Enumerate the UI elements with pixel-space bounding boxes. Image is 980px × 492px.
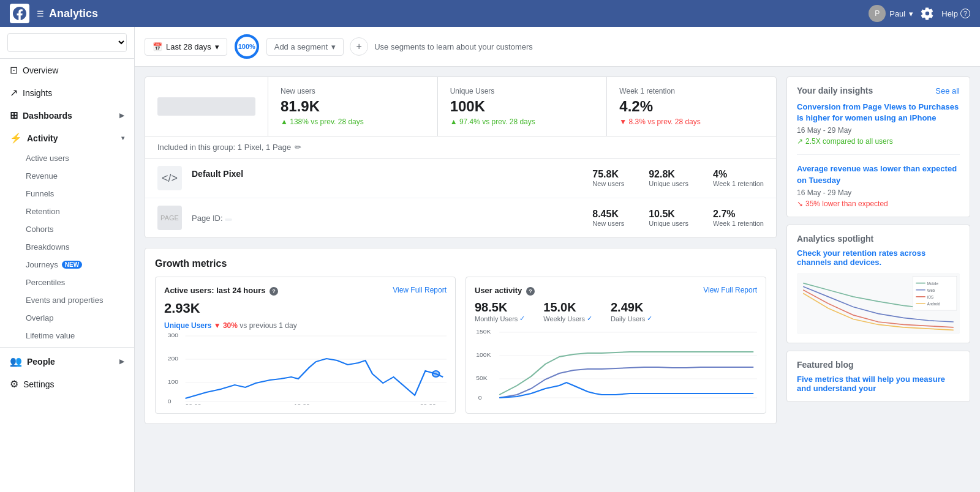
sidebar-item-lifetime-value[interactable]: Lifetime value <box>0 327 134 345</box>
sidebar-item-settings[interactable]: ⚙ Settings <box>0 373 134 395</box>
blurred-name <box>157 97 255 116</box>
retention-value: 4.2% <box>619 98 764 115</box>
svg-text:50K: 50K <box>476 375 488 381</box>
date-range-button[interactable]: 📅 Last 28 days ▾ <box>145 38 227 56</box>
app-selector[interactable] <box>0 27 134 59</box>
sidebar-item-journeys[interactable]: Journeys NEW <box>0 256 134 274</box>
sidebar-item-cohorts[interactable]: Cohorts <box>0 220 134 238</box>
active-users-chart-area: 300 200 100 0 <box>164 331 447 404</box>
page-metric-value-1: 10.5K <box>649 209 688 220</box>
sidebar-item-retention[interactable]: Retention <box>0 203 134 220</box>
daily-check-icon: ✓ <box>647 315 652 322</box>
svg-text:150K: 150K <box>476 329 491 335</box>
spotlight-chart: Mobile Web iOS Android <box>797 273 960 334</box>
sidebar-item-funnels[interactable]: Funnels <box>0 185 134 203</box>
user-activity-chart-card: User activity ? View Full Report 98.5K M… <box>466 277 766 414</box>
user-menu[interactable]: P Paul ▾ <box>869 5 913 22</box>
pixel-row-page: PAGE Page ID: 8.45K New users <box>145 198 776 237</box>
date-range-chevron-icon: ▾ <box>215 42 219 51</box>
sidebar-subitem-events-label: Events and properties <box>26 296 103 305</box>
sidebar-item-dashboards[interactable]: ⊞ Dashboards ▶ <box>0 104 134 127</box>
insight-change-1: ↘ 35% lower than expected <box>797 199 960 208</box>
percent-value: 100% <box>238 43 255 50</box>
insight-date-0: 16 May - 29 May <box>797 126 960 135</box>
insight-link-1[interactable]: Average revenue was lower than expected … <box>797 163 960 185</box>
sidebar-subitem-breakdowns-label: Breakdowns <box>26 242 70 252</box>
sidebar-item-activity-label: Activity <box>27 133 58 143</box>
multi-stats-row: 98.5K Monthly Users ✓ 15.0K Wee <box>475 300 757 322</box>
user-activity-view-full[interactable]: View Full Report <box>703 286 757 294</box>
active-users-chart-card: Active users: last 24 hours ? View Full … <box>155 277 456 414</box>
settings-icon-area[interactable] <box>921 7 934 20</box>
active-users-info-icon[interactable]: ? <box>270 287 278 296</box>
monthly-users-label: Monthly Users ✓ <box>475 315 525 322</box>
help-button[interactable]: Help ? <box>941 9 970 18</box>
hamburger-menu-icon[interactable]: ☰ <box>37 9 44 18</box>
sidebar-subitem-retention-label: Retention <box>26 207 60 216</box>
sidebar-item-overlap[interactable]: Overlap <box>0 309 134 327</box>
sidebar-item-settings-label: Settings <box>23 379 55 389</box>
sidebar-item-revenue[interactable]: Revenue <box>0 167 134 185</box>
pixel-metric-label-1: Unique users <box>649 180 688 187</box>
new-users-prev: vs prev. 28 days <box>311 117 363 126</box>
see-all-link[interactable]: See all <box>935 86 960 95</box>
svg-text:00:00: 00:00 <box>186 403 202 404</box>
sidebar-item-percentiles[interactable]: Percentiles <box>0 274 134 291</box>
sidebar-item-activity[interactable]: ⚡ Activity ▾ <box>0 127 134 149</box>
sidebar-item-overview[interactable]: ⊡ Overview <box>0 59 134 81</box>
active-users-title-text: Active users: last 24 hours <box>164 286 265 295</box>
people-chevron-icon: ▶ <box>119 358 124 365</box>
sidebar-item-people[interactable]: 👥 People ▶ <box>0 350 134 373</box>
growth-section: Growth metrics Active users: last 24 hou… <box>145 248 777 424</box>
insight-item-1: Average revenue was lower than expected … <box>797 163 960 207</box>
active-users-prev: vs previous 1 day <box>239 321 296 330</box>
spotlight-chart-svg: Mobile Web iOS Android <box>797 273 960 334</box>
dashboards-icon: ⊞ <box>10 110 18 121</box>
calendar-icon: 📅 <box>153 42 162 51</box>
sidebar-subitem-journeys-label: Journeys <box>26 260 58 269</box>
pixel-id-default <box>192 180 194 187</box>
svg-text:0: 0 <box>168 398 172 404</box>
user-activity-info-icon[interactable]: ? <box>526 287 535 296</box>
new-users-value: 81.9K <box>281 98 425 115</box>
add-button[interactable]: + <box>350 37 368 56</box>
sidebar-item-active-users[interactable]: Active users <box>0 149 134 167</box>
insight-link-0[interactable]: Conversion from Page Views to Purchases … <box>797 102 960 124</box>
help-question-icon: ? <box>960 9 970 18</box>
sidebar-item-insights[interactable]: ↗ Insights <box>0 81 134 104</box>
spotlight-title: Analytics spotlight <box>797 234 960 244</box>
insight-change-text-0: 2.5X compared to all users <box>805 137 893 146</box>
app-dropdown[interactable] <box>7 33 127 52</box>
active-users-svg: 300 200 100 0 <box>164 331 447 404</box>
daily-users-value: 2.49K <box>611 300 652 315</box>
insight-change-0: ↗ 2.5X compared to all users <box>797 137 960 146</box>
active-users-change-down: ▼ 30% <box>214 321 238 330</box>
activity-chevron-icon: ▾ <box>121 135 124 141</box>
analytics-spotlight-card: Analytics spotlight Check your retention… <box>786 225 970 343</box>
retention-prev: vs prev. 28 days <box>647 117 700 126</box>
active-users-view-full[interactable]: View Full Report <box>393 286 447 294</box>
spotlight-link[interactable]: Check your retention rates across channe… <box>797 248 960 267</box>
pixel-metric-value-0: 75.8K <box>592 169 624 180</box>
new-users-change-pct: 138% <box>290 117 309 126</box>
pixel-info-page: Page ID: <box>192 214 592 223</box>
avatar: P <box>869 5 886 22</box>
user-activity-chart-header: User activity ? View Full Report <box>475 286 757 296</box>
add-segment-button[interactable]: Add a segment ▾ <box>266 38 344 56</box>
percent-circle[interactable]: 100% <box>233 33 260 60</box>
segment-chevron-icon: ▾ <box>331 42 336 51</box>
sidebar-item-events-properties[interactable]: Events and properties <box>0 291 134 309</box>
featured-link[interactable]: Five metrics that will help you measure … <box>797 375 960 393</box>
page-metric-2: 2.7% Week 1 retention <box>713 209 764 227</box>
active-users-stat-row: 2.93K <box>164 300 447 316</box>
people-icon: 👥 <box>10 356 22 367</box>
insight-arrow-up-icon-0: ↗ <box>797 137 803 146</box>
sidebar-item-breakdowns[interactable]: Breakdowns <box>0 238 134 256</box>
toolbar: 📅 Last 28 days ▾ 100% Add a segment ▾ + … <box>135 27 980 67</box>
page-metric-0: 8.45K New users <box>592 209 624 227</box>
sidebar-subitem-overlap-label: Overlap <box>26 313 54 322</box>
group-info: Included in this group: 1 Pixel, 1 Page … <box>145 136 776 158</box>
edit-icon[interactable]: ✏ <box>295 143 301 152</box>
daily-users-label: Daily Users ✓ <box>611 315 652 322</box>
pixel-info-default: Default Pixel <box>192 169 592 188</box>
